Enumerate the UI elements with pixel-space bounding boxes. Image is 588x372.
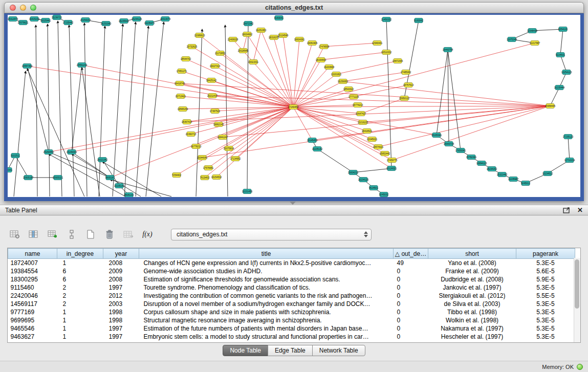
attribute-table: namein_degreeyeartitle△ out_de…shortpage… [8, 248, 575, 341]
table-row[interactable]: 946362711997Embryonic stem cells: a mode… [8, 333, 575, 341]
show-columns-icon[interactable] [27, 228, 40, 240]
network-edge[interactable] [293, 89, 349, 107]
network-edge[interactable] [72, 152, 110, 178]
table-mode-icon[interactable] [8, 228, 21, 240]
column-header-year[interactable]: year [103, 249, 139, 259]
column-header-pagerank[interactable]: pagerank [516, 249, 575, 259]
network-edge[interactable] [146, 22, 164, 196]
table-row[interactable]: 977716911998Corpus callosum shape and si… [8, 308, 575, 316]
import-table-icon[interactable] [122, 228, 135, 240]
new-table-icon[interactable] [84, 228, 97, 240]
network-edge[interactable] [386, 19, 391, 168]
network-edge[interactable] [124, 22, 136, 196]
network-edge[interactable] [225, 25, 228, 196]
tab-edge-table[interactable]: Edge Table [268, 345, 313, 356]
network-edge[interactable] [72, 107, 293, 152]
close-window-button[interactable] [10, 5, 16, 11]
new-column-icon[interactable] [46, 228, 59, 240]
network-edge[interactable] [58, 21, 62, 196]
column-header-out_de[interactable]: △ out_de… [394, 249, 428, 259]
network-edge[interactable] [560, 29, 563, 55]
network-edge[interactable] [550, 87, 559, 106]
network-edge[interactable] [102, 160, 119, 186]
network-edge[interactable] [72, 65, 82, 152]
network-edge[interactable] [136, 26, 148, 196]
network-edge[interactable] [448, 50, 449, 144]
table-scrollbar-thumb[interactable] [575, 259, 579, 309]
table-row[interactable]: 2242004622012Investigating the contribut… [8, 292, 575, 300]
network-edge[interactable] [378, 106, 550, 147]
network-edge[interactable] [247, 34, 293, 107]
table-row[interactable]: 1830029562008Estimation of significance … [8, 275, 575, 283]
network-edge[interactable] [274, 37, 293, 107]
close-panel-icon[interactable]: ✕ [577, 206, 583, 214]
network-edge[interactable] [343, 81, 550, 106]
zoom-window-button[interactable] [30, 5, 36, 11]
network-edge[interactable] [36, 25, 37, 196]
network-edge[interactable] [293, 106, 550, 107]
tab-network-table[interactable]: Network Table [312, 345, 365, 356]
network-edge[interactable] [84, 23, 87, 196]
network-edge[interactable] [261, 30, 293, 107]
network-edge[interactable] [247, 24, 248, 191]
column-header-name[interactable]: name [8, 249, 57, 259]
network-edge[interactable] [27, 66, 293, 107]
network-edge[interactable] [196, 107, 293, 146]
column-header-in_degree[interactable]: in_degree [57, 249, 103, 259]
table-row[interactable]: 969969511998Structural magnetic resonanc… [8, 316, 575, 324]
function-builder-icon[interactable]: f(x) [141, 228, 154, 240]
network-edge[interactable] [568, 137, 570, 160]
network-edge[interactable] [223, 107, 293, 137]
network-node-label: 19565159 [178, 108, 188, 111]
network-edge[interactable] [48, 24, 50, 196]
network-edge[interactable] [223, 106, 550, 137]
network-edge[interactable] [15, 156, 28, 178]
network-edge[interactable] [324, 43, 377, 47]
network-edge[interactable] [49, 152, 110, 178]
network-edge[interactable] [196, 29, 202, 196]
table-cell: 5.3E-5 [516, 308, 575, 316]
network-edge[interactable] [354, 85, 408, 97]
network-edge[interactable] [317, 149, 353, 172]
table-row[interactable]: 1938455462009Genome-wide association stu… [8, 267, 575, 275]
table-row[interactable]: 911546021997Tourette syndrome. Phenomeno… [8, 283, 575, 292]
table-cell: Embryonic stem cells: a model to study s… [139, 333, 394, 341]
window-titlebar[interactable]: citations_edges.txt [4, 2, 584, 13]
network-node-label: 19325441 [40, 19, 51, 22]
table-row[interactable]: 1456911722003Disruption of a novel membe… [8, 300, 575, 308]
network-node-label: 16604361 [294, 38, 305, 41]
table-row[interactable]: 946554611997Estimation of the future num… [8, 324, 575, 333]
network-edge[interactable] [69, 25, 74, 196]
network-edge[interactable] [353, 168, 391, 172]
memory-status-icon [577, 364, 583, 370]
network-edge[interactable] [560, 55, 567, 72]
network-edge[interactable] [283, 35, 293, 107]
column-batch-icon[interactable] [65, 228, 78, 240]
minimize-window-button[interactable] [20, 5, 26, 11]
table-cell: 1 [57, 333, 103, 341]
network-edge[interactable] [229, 107, 293, 148]
table-cell: 9465546 [8, 324, 57, 333]
network-edge[interactable] [448, 50, 461, 150]
network-edge[interactable] [336, 61, 398, 74]
network-edge[interactable] [392, 106, 550, 160]
table-row[interactable]: 1872400712008Changes of HCN gene express… [8, 259, 575, 268]
table-scrollbar[interactable] [574, 258, 580, 342]
network-edge[interactable] [180, 83, 550, 106]
column-header-title[interactable]: title [139, 249, 394, 259]
network-edge[interactable] [437, 50, 448, 135]
network-edge[interactable] [293, 43, 535, 107]
table-cell: 1 [57, 308, 103, 316]
network-edge[interactable] [192, 47, 293, 107]
delete-table-icon[interactable] [103, 228, 116, 240]
tab-node-table[interactable]: Node Table [223, 345, 268, 356]
float-panel-icon[interactable] [563, 207, 570, 213]
network-edge[interactable] [321, 52, 386, 60]
network-edge[interactable] [343, 72, 406, 81]
column-header-short[interactable]: short [428, 249, 516, 259]
network-selector[interactable]: citations_edges.txt [171, 229, 372, 240]
network-edge[interactable] [49, 107, 293, 152]
network-edge[interactable] [110, 107, 293, 178]
network-canvas[interactable]: 1724045215958445220896232073262518544702… [8, 15, 580, 197]
network-edge[interactable] [177, 107, 293, 175]
